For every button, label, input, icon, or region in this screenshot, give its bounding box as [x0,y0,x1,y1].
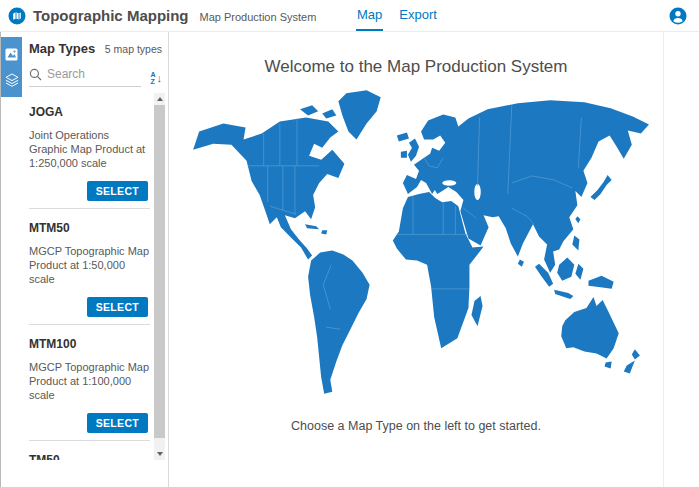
scroll-down-icon[interactable] [154,448,165,460]
sort-a-z-icon[interactable]: A Z ↓ [150,72,162,87]
map-type-description: MGCP Topographic Map Product at 1:100,00… [29,360,150,402]
tab-export[interactable]: Export [398,0,438,31]
welcome-heading: Welcome to the Map Production System [169,32,663,77]
app-body: Map Types 5 map types A Z ↓ [0,32,699,487]
scroll-up-icon[interactable] [154,93,165,105]
map-type-name: JOGA [29,100,150,119]
map-type-item: MTM100 MGCP Topographic Map Product at 1… [29,325,150,441]
main-right-gutter [663,32,699,487]
map-type-item: JOGA Joint Operations Graphic Map Produc… [29,93,150,209]
map-type-description: MGCP Topographic Map Product at 1:50,000… [29,244,150,286]
map-panel-icon[interactable] [4,47,19,62]
layers-panel-icon[interactable] [4,72,19,87]
panel-title: Map Types [29,41,95,56]
header-tabs: Map Export [356,0,438,31]
world-map [179,87,653,405]
map-type-description: Joint Operations Graphic Map Product at … [29,128,150,170]
select-button[interactable]: SELECT [87,413,148,433]
select-button[interactable]: SELECT [87,297,148,317]
scrollbar-thumb[interactable] [154,105,165,438]
main-area: Welcome to the Map Production System [169,32,699,487]
map-type-name: TM50 [29,448,150,460]
map-type-name: MTM50 [29,216,150,235]
search-box[interactable] [29,67,141,87]
search-row: A Z ↓ [29,67,162,87]
app-logo-icon [8,7,26,25]
app-header: Topographic Mapping Map Production Syste… [0,0,699,32]
user-account-icon[interactable] [669,7,687,25]
map-type-name: MTM100 [29,332,150,351]
sidebar-scrollbar[interactable] [154,93,165,460]
map-type-item: MTM50 MGCP Topographic Map Product at 1:… [29,209,150,325]
map-types-panel: Map Types 5 map types A Z ↓ [22,32,169,487]
instruction-text: Choose a Map Type on the left to get sta… [169,419,663,433]
app-subtitle: Map Production System [200,9,317,23]
select-button[interactable]: SELECT [87,181,148,201]
map-type-list: JOGA Joint Operations Graphic Map Produc… [22,93,168,460]
app-title: Topographic Mapping [33,7,189,24]
search-icon [29,68,42,81]
map-types-header: Map Types 5 map types [22,32,168,56]
widget-rail-group [1,37,22,97]
map-type-item: TM50 Topographic Map Product at 1:50,000… [29,441,150,460]
search-input[interactable] [47,67,127,81]
map-types-count: 5 map types [105,43,162,55]
tab-map[interactable]: Map [356,0,383,31]
widget-rail [1,32,22,487]
